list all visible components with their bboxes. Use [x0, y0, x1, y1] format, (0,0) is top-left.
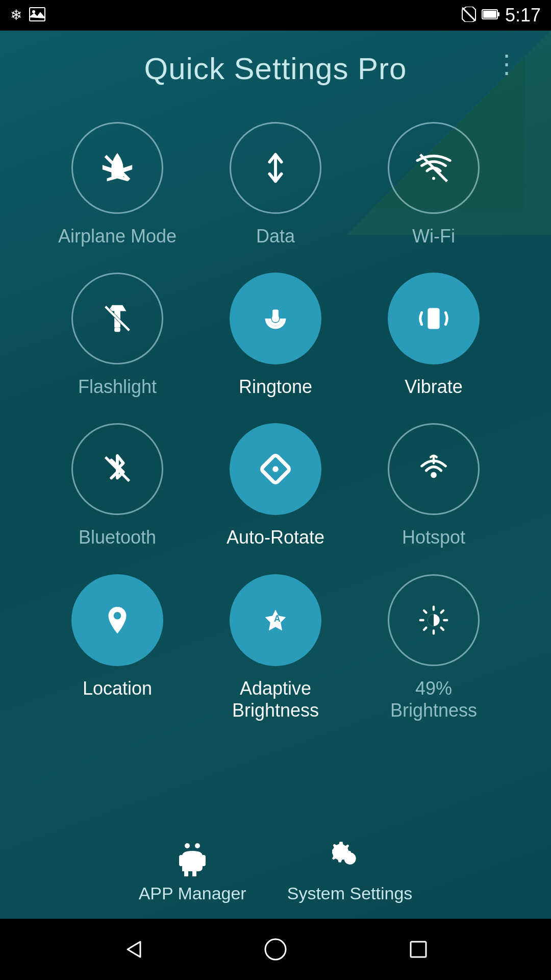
svg-marker-26: [128, 942, 140, 957]
svg-point-16: [272, 467, 279, 473]
ringtone-circle: [230, 273, 321, 364]
svg-point-17: [431, 472, 437, 478]
android-icon: [174, 841, 210, 876]
bluetooth-label: Bluetooth: [79, 526, 156, 548]
hotspot-icon: [416, 451, 452, 487]
svg-rect-28: [411, 942, 426, 957]
page-title: Quick Settings Pro: [31, 51, 520, 86]
menu-button[interactable]: ⋮: [494, 51, 520, 77]
settings-grid: Airplane Mode Data: [0, 96, 551, 830]
adaptive-brightness-circle: A: [230, 574, 321, 666]
hotspot-circle: [388, 423, 480, 515]
grid-row-4: Location A Adaptive Brightness: [31, 564, 520, 726]
image-icon: [29, 7, 45, 23]
tile-auto-rotate[interactable]: Auto-Rotate: [196, 413, 355, 553]
wifi-circle: [388, 122, 480, 214]
svg-rect-8: [114, 328, 120, 332]
tile-hotspot[interactable]: Hotspot: [355, 413, 513, 553]
airplane-mode-circle: [71, 122, 163, 214]
bottom-bar: APP Manager System Settings: [0, 830, 551, 919]
tile-vibrate[interactable]: Vibrate: [355, 262, 513, 403]
vibrate-label: Vibrate: [405, 376, 462, 398]
airplane-mode-label: Airplane Mode: [58, 225, 177, 247]
auto-rotate-label: Auto-Rotate: [227, 526, 324, 548]
sim-off-icon: [461, 7, 477, 24]
flashlight-circle: [71, 273, 163, 364]
home-button[interactable]: [260, 934, 291, 965]
bluetooth-off-icon: [99, 451, 135, 487]
tile-bluetooth[interactable]: Bluetooth: [38, 413, 196, 553]
location-circle: [71, 574, 163, 666]
svg-point-22: [185, 843, 190, 848]
status-bar-right: 5:17: [461, 5, 541, 26]
svg-rect-0: [30, 8, 45, 21]
recents-icon: [406, 937, 431, 962]
ringtone-label: Ringtone: [239, 376, 312, 398]
tile-ringtone[interactable]: Ringtone: [196, 262, 355, 403]
header: Quick Settings Pro ⋮: [0, 31, 551, 96]
tile-data[interactable]: Data: [196, 112, 355, 252]
snowflake-icon: ❄: [10, 8, 22, 22]
svg-rect-24: [179, 855, 183, 866]
recents-button[interactable]: [403, 934, 434, 965]
system-settings-button[interactable]: System Settings: [287, 841, 413, 903]
status-time: 5:17: [505, 5, 541, 26]
data-label: Data: [256, 225, 295, 247]
main-content: Quick Settings Pro ⋮ Airplane Mode: [0, 31, 551, 919]
home-icon: [263, 937, 288, 962]
flashlight-label: Flashlight: [78, 376, 157, 398]
location-icon: [99, 602, 135, 638]
auto-rotate-circle: [230, 423, 321, 515]
tile-brightness[interactable]: 49% Brightness: [355, 564, 513, 726]
data-icon: [258, 150, 293, 186]
brightness-icon: [416, 602, 452, 638]
vibrate-icon: [416, 301, 452, 336]
tile-airplane-mode[interactable]: Airplane Mode: [38, 112, 196, 252]
svg-rect-25: [202, 855, 206, 866]
grid-row-2: Flashlight Ringtone: [31, 262, 520, 403]
svg-rect-4: [483, 11, 496, 18]
svg-point-19: [114, 612, 121, 620]
battery-icon: [482, 8, 500, 22]
brightness-circle: [388, 574, 480, 666]
flashlight-off-icon: [99, 301, 135, 336]
vibrate-circle: [388, 273, 480, 364]
airplane-icon: [99, 150, 135, 186]
adaptive-brightness-icon: A: [258, 602, 293, 638]
tile-flashlight[interactable]: Flashlight: [38, 262, 196, 403]
nav-bar: [0, 919, 551, 980]
app-manager-label: APP Manager: [139, 884, 246, 903]
svg-point-27: [265, 939, 286, 960]
bluetooth-circle: [71, 423, 163, 515]
svg-rect-13: [428, 308, 439, 329]
svg-text:A: A: [274, 613, 281, 623]
settings-icon: [332, 841, 368, 876]
tile-wifi[interactable]: Wi-Fi: [355, 112, 513, 252]
tile-location[interactable]: Location: [38, 564, 196, 726]
wifi-off-icon: [416, 150, 452, 186]
status-bar-left: ❄: [10, 7, 45, 23]
location-label: Location: [83, 677, 152, 699]
auto-rotate-icon: [258, 451, 293, 487]
back-icon: [120, 937, 145, 962]
brightness-label: 49% Brightness: [390, 677, 477, 721]
app-manager-button[interactable]: APP Manager: [139, 841, 246, 903]
system-settings-label: System Settings: [287, 884, 413, 903]
wifi-label: Wi-Fi: [412, 225, 455, 247]
ringtone-icon: [258, 301, 293, 336]
grid-row-3: Bluetooth Auto-Rotate: [31, 413, 520, 553]
hotspot-label: Hotspot: [402, 526, 465, 548]
back-button[interactable]: [117, 934, 148, 965]
grid-row-1: Airplane Mode Data: [31, 112, 520, 252]
tile-adaptive-brightness[interactable]: A Adaptive Brightness: [196, 564, 355, 726]
svg-line-2: [462, 8, 475, 21]
adaptive-brightness-label: Adaptive Brightness: [232, 677, 319, 721]
svg-rect-5: [497, 12, 499, 16]
status-bar: ❄ 5:17: [0, 0, 551, 31]
data-circle: [230, 122, 321, 214]
svg-rect-12: [272, 310, 279, 319]
svg-point-23: [195, 843, 200, 848]
svg-point-1: [32, 10, 35, 13]
